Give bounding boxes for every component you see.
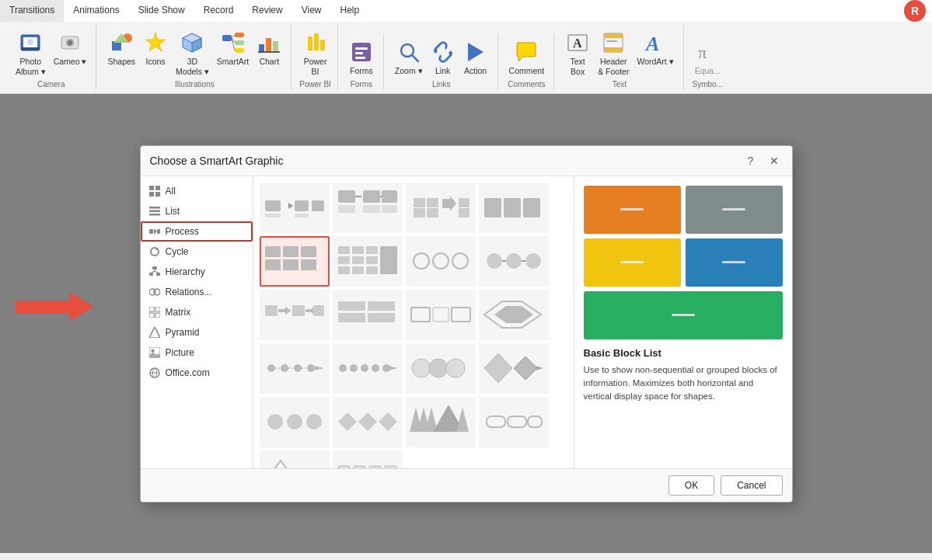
smartart-button[interactable]: SmartArt bbox=[214, 28, 252, 69]
svg-marker-157 bbox=[536, 366, 543, 370]
cat-pyramid[interactable]: Pyramid bbox=[141, 322, 253, 343]
svg-rect-14 bbox=[222, 35, 232, 41]
help-button[interactable]: ? bbox=[742, 152, 759, 169]
preview-dash-3 bbox=[620, 261, 644, 263]
svg-rect-108 bbox=[338, 266, 350, 274]
tab-transitions[interactable]: Transitions bbox=[0, 0, 64, 22]
link-button[interactable]: Link bbox=[428, 37, 459, 78]
zoom-button[interactable]: Zoom ▾ bbox=[392, 37, 426, 78]
graphic-item-5[interactable] bbox=[333, 236, 403, 287]
preview-dash-1 bbox=[620, 208, 644, 210]
graphic-item-20[interactable] bbox=[260, 450, 330, 468]
cat-all[interactable]: All bbox=[141, 181, 253, 201]
ribbon-group-links: Zoom ▾ Link Action Links bbox=[386, 34, 498, 90]
picture-icon bbox=[148, 346, 161, 359]
close-button[interactable]: ✕ bbox=[766, 152, 783, 169]
tab-record[interactable]: Record bbox=[194, 0, 243, 22]
cancel-button[interactable]: Cancel bbox=[721, 475, 782, 496]
graphics-row-3 bbox=[260, 290, 567, 340]
graphic-item-15[interactable] bbox=[479, 343, 549, 394]
3d-models-button[interactable]: 3DModels ▾ bbox=[173, 28, 212, 78]
dialog-title-actions: ? ✕ bbox=[742, 152, 783, 169]
svg-rect-49 bbox=[149, 210, 160, 212]
svg-rect-25 bbox=[308, 37, 312, 50]
header-footer-button[interactable]: Header& Footer bbox=[595, 28, 632, 78]
graphic-item-6[interactable] bbox=[406, 236, 476, 287]
action-button[interactable]: Action bbox=[460, 37, 491, 78]
svg-rect-85 bbox=[363, 190, 380, 203]
graphic-item-4[interactable] bbox=[479, 183, 549, 233]
cat-picture[interactable]: Picture bbox=[141, 343, 253, 363]
graphic-item-3[interactable] bbox=[406, 183, 476, 233]
cat-process[interactable]: Process bbox=[141, 221, 253, 242]
graphic-item-12[interactable] bbox=[260, 343, 330, 394]
dialog-title: Choose a SmartArt Graphic bbox=[150, 155, 284, 167]
cat-office[interactable]: Office.com bbox=[141, 363, 253, 383]
graphic-item-19[interactable] bbox=[479, 397, 549, 447]
illustrations-items: Shapes Icons 3DModels ▾ bbox=[104, 25, 284, 78]
all-icon bbox=[148, 185, 161, 197]
ok-button[interactable]: OK bbox=[668, 475, 714, 496]
graphic-item-7[interactable] bbox=[479, 236, 549, 287]
dialog-body: All List Process bbox=[141, 176, 792, 468]
cat-list[interactable]: List bbox=[141, 201, 253, 221]
svg-marker-163 bbox=[379, 412, 397, 431]
chart-button[interactable]: Chart bbox=[253, 28, 284, 69]
forms-button[interactable]: Forms bbox=[346, 37, 377, 78]
cat-cycle[interactable]: Cycle bbox=[141, 242, 253, 262]
graphic-item-1[interactable] bbox=[260, 183, 330, 233]
dialog-overlay: Choose a SmartArt Graphic ? ✕ All bbox=[0, 94, 932, 553]
comment-button[interactable]: Comment bbox=[506, 37, 548, 78]
graphic-item-21[interactable] bbox=[333, 450, 403, 468]
tab-animations[interactable]: Animations bbox=[64, 0, 128, 22]
photo-album-button[interactable]: PhotoAlbum ▾ bbox=[12, 28, 49, 78]
svg-rect-76 bbox=[265, 214, 281, 217]
svg-rect-39 bbox=[604, 47, 623, 52]
3d-models-icon bbox=[180, 30, 204, 55]
preview-block-orange bbox=[584, 186, 681, 234]
graphic-item-17[interactable] bbox=[333, 397, 403, 447]
cat-matrix[interactable]: Matrix bbox=[141, 302, 253, 322]
powerbi-items: PowerBI bbox=[300, 25, 331, 78]
graphic-item-9[interactable] bbox=[333, 290, 403, 340]
tab-view[interactable]: View bbox=[292, 0, 331, 22]
cameo-label: Cameo ▾ bbox=[54, 57, 87, 67]
graphic-item-18[interactable] bbox=[406, 397, 476, 447]
cameo-button[interactable]: Cameo ▾ bbox=[51, 28, 90, 69]
cycle-icon bbox=[148, 245, 161, 258]
text-box-button[interactable]: A TextBox bbox=[562, 28, 593, 78]
cat-hierarchy[interactable]: Hierarchy bbox=[141, 262, 253, 282]
svg-rect-67 bbox=[155, 313, 160, 318]
svg-rect-22 bbox=[266, 38, 271, 52]
power-bi-button[interactable]: PowerBI bbox=[300, 28, 331, 78]
svg-rect-16 bbox=[235, 40, 244, 45]
shapes-button[interactable]: Shapes bbox=[104, 28, 138, 69]
preview-description: Use to show non-sequential or grouped bl… bbox=[584, 363, 783, 404]
graphic-item-10[interactable] bbox=[406, 290, 476, 340]
graphic-item-selected[interactable] bbox=[260, 236, 330, 287]
graphic-item-16[interactable] bbox=[260, 397, 330, 447]
wordart-button[interactable]: A WordArt ▾ bbox=[634, 28, 676, 69]
tab-review[interactable]: Review bbox=[243, 0, 291, 22]
graphic-item-2[interactable] bbox=[333, 183, 403, 233]
svg-rect-91 bbox=[414, 208, 425, 217]
graphics-row-4 bbox=[260, 343, 567, 394]
icons-button[interactable]: Icons bbox=[140, 28, 171, 69]
equation-button[interactable]: π Equa... bbox=[692, 37, 724, 78]
tab-slideshow[interactable]: Slide Show bbox=[129, 0, 194, 22]
svg-rect-169 bbox=[487, 416, 505, 427]
svg-point-154 bbox=[446, 359, 465, 377]
graphic-item-11[interactable] bbox=[479, 290, 549, 340]
svg-point-150 bbox=[382, 364, 390, 372]
ribbon-group-camera: PhotoAlbum ▾ Cameo ▾ Camera bbox=[6, 25, 96, 90]
svg-marker-145 bbox=[315, 366, 324, 370]
tab-help[interactable]: Help bbox=[331, 0, 369, 22]
graphic-item-8[interactable] bbox=[260, 290, 330, 340]
record-button[interactable]: R bbox=[904, 0, 926, 22]
svg-rect-96 bbox=[459, 208, 469, 217]
graphic-item-13[interactable] bbox=[333, 343, 403, 394]
cat-relations[interactable]: Relations... bbox=[141, 282, 253, 302]
svg-rect-102 bbox=[283, 246, 298, 257]
svg-point-2 bbox=[27, 39, 33, 45]
graphic-item-14[interactable] bbox=[406, 343, 476, 394]
